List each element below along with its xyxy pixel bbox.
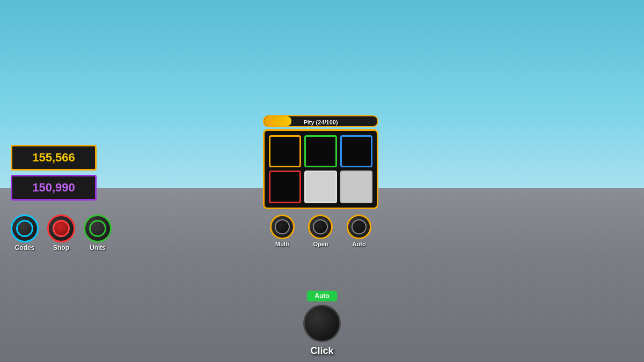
codes-circle <box>11 215 39 242</box>
units-circle <box>84 215 112 242</box>
auto-button[interactable]: Auto <box>347 215 371 247</box>
auto-circle <box>347 215 371 239</box>
shop-button[interactable]: Shop <box>47 215 75 252</box>
click-label: Click <box>310 345 333 357</box>
auto-circle-inner <box>352 219 367 234</box>
card-grid-wrapper <box>263 129 378 209</box>
shop-label: Shop <box>53 244 69 252</box>
nav-buttons: Codes Shop Units <box>11 215 112 252</box>
pity-bar-container: Pity (24/100) <box>263 115 378 127</box>
multi-circle-inner <box>275 219 290 234</box>
auto-badge: Auto <box>307 291 336 301</box>
gold-value: 155,566 <box>32 151 75 164</box>
purple-currency-box: 150,990 <box>11 175 97 201</box>
card-5[interactable] <box>304 171 336 203</box>
units-circle-inner <box>89 220 106 237</box>
multi-button[interactable]: Multi <box>270 215 295 247</box>
open-circle-inner <box>313 219 328 234</box>
shop-circle <box>47 215 75 242</box>
open-circle <box>308 215 333 239</box>
currency-panel: 155,566 150,990 <box>11 145 97 201</box>
shop-circle-inner <box>53 220 70 237</box>
codes-label: Codes <box>15 244 35 252</box>
codes-button[interactable]: Codes <box>11 215 39 252</box>
card-3[interactable] <box>340 135 372 167</box>
action-buttons: Multi Open Auto <box>263 215 378 247</box>
click-button[interactable] <box>303 305 341 342</box>
gold-currency-box: 155,566 <box>11 145 97 171</box>
card-6[interactable] <box>340 171 372 203</box>
multi-circle <box>270 215 295 239</box>
codes-circle-inner <box>16 220 33 237</box>
gacha-panel: Pity (24/100) Multi Open <box>263 115 378 247</box>
units-label: Units <box>90 244 106 252</box>
card-1[interactable] <box>269 135 301 167</box>
bottom-click-area: Auto Click <box>303 291 341 357</box>
card-4[interactable] <box>269 171 301 203</box>
auto-label: Auto <box>353 241 366 247</box>
open-label: Open <box>313 241 328 247</box>
card-2[interactable] <box>304 135 336 167</box>
pity-bar-text: Pity (24/100) <box>268 118 373 127</box>
multi-label: Multi <box>275 241 289 247</box>
card-grid <box>269 135 372 203</box>
open-button[interactable]: Open <box>308 215 333 247</box>
units-button[interactable]: Units <box>84 215 112 252</box>
purple-value: 150,990 <box>32 181 75 194</box>
